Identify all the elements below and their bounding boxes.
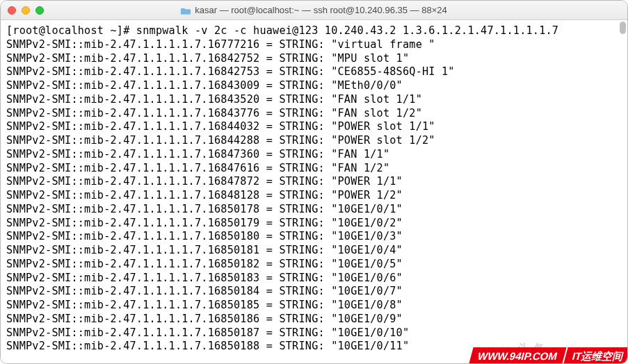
terminal-window: kasar — root@localhost:~ — ssh root@10.2… — [0, 0, 628, 364]
output-line: SNMPv2-SMI::mib-2.47.1.1.1.1.7.16843009 … — [6, 79, 622, 93]
output-line: SNMPv2-SMI::mib-2.47.1.1.1.1.7.16847616 … — [6, 162, 622, 176]
output-line: SNMPv2-SMI::mib-2.47.1.1.1.1.7.16850179 … — [6, 217, 622, 231]
output-line: SNMPv2-SMI::mib-2.47.1.1.1.1.7.16850183 … — [6, 272, 622, 286]
zoom-icon[interactable] — [35, 6, 44, 15]
output-line: SNMPv2-SMI::mib-2.47.1.1.1.1.7.16847360 … — [6, 148, 622, 162]
window-controls — [8, 6, 44, 15]
output-line: SNMPv2-SMI::mib-2.47.1.1.1.1.7.16850180 … — [6, 230, 622, 244]
command-line: [root@localhost ~]# snmpwalk -v 2c -c hu… — [6, 24, 622, 38]
output-line: SNMPv2-SMI::mib-2.47.1.1.1.1.7.16847872 … — [6, 175, 622, 189]
output-line: SNMPv2-SMI::mib-2.47.1.1.1.1.7.16850178 … — [6, 203, 622, 217]
output-line: SNMPv2-SMI::mib-2.47.1.1.1.1.7.16843520 … — [6, 93, 622, 107]
output-line: SNMPv2-SMI::mib-2.47.1.1.1.1.7.16850187 … — [6, 326, 622, 340]
output-line: SNMPv2-SMI::mib-2.47.1.1.1.1.7.16850184 … — [6, 285, 622, 299]
watermark-url: WWW.94IP.COM — [468, 347, 566, 364]
titlebar: kasar — root@localhost:~ — ssh root@10.2… — [1, 1, 627, 20]
output-line: SNMPv2-SMI::mib-2.47.1.1.1.1.7.16850185 … — [6, 299, 622, 313]
output-line: SNMPv2-SMI::mib-2.47.1.1.1.1.7.16848128 … — [6, 189, 622, 203]
output-line: SNMPv2-SMI::mib-2.47.1.1.1.1.7.16850186 … — [6, 313, 622, 326]
window-title: kasar — root@localhost:~ — ssh root@10.2… — [1, 5, 627, 15]
scrollbar-thumb[interactable] — [620, 22, 626, 34]
terminal-output[interactable]: [root@localhost ~]# snmpwalk -v 2c -c hu… — [1, 20, 627, 363]
watermark-text: IT运维空间 — [563, 347, 628, 364]
window-title-text: kasar — root@localhost:~ — ssh root@10.2… — [195, 5, 446, 15]
watermark: WWW.94IP.COM IT运维空间 — [468, 347, 628, 364]
output-line: SNMPv2-SMI::mib-2.47.1.1.1.1.7.16850182 … — [6, 258, 622, 272]
output-line: SNMPv2-SMI::mib-2.47.1.1.1.1.7.16844032 … — [6, 120, 622, 134]
minimize-icon[interactable] — [22, 6, 30, 15]
output-line: SNMPv2-SMI::mib-2.47.1.1.1.1.7.16842752 … — [6, 52, 622, 66]
output-line: SNMPv2-SMI::mib-2.47.1.1.1.1.7.16777216 … — [6, 38, 622, 52]
output-line: SNMPv2-SMI::mib-2.47.1.1.1.1.7.16842753 … — [6, 65, 622, 79]
output-line: SNMPv2-SMI::mib-2.47.1.1.1.1.7.16843776 … — [6, 107, 622, 121]
folder-icon — [181, 6, 191, 14]
output-line: SNMPv2-SMI::mib-2.47.1.1.1.1.7.16844288 … — [6, 134, 622, 148]
output-line: SNMPv2-SMI::mib-2.47.1.1.1.1.7.16850181 … — [6, 244, 622, 258]
close-icon[interactable] — [8, 6, 16, 15]
